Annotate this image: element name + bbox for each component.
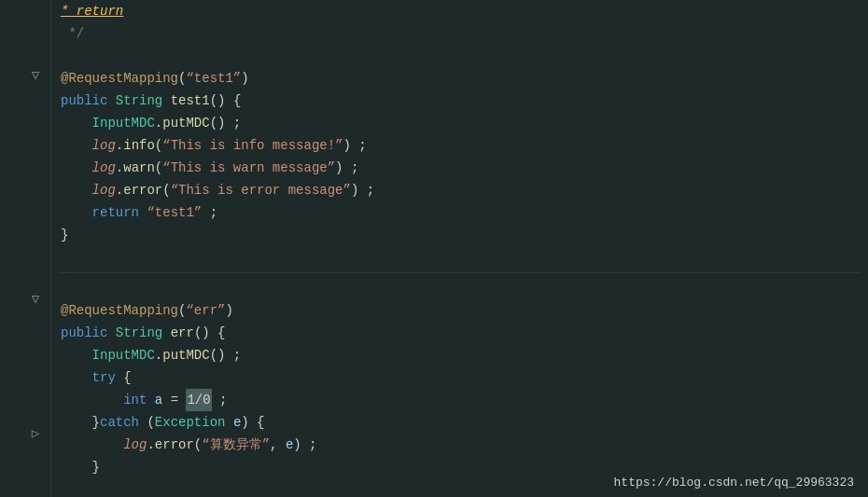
line-annotation-test1: @RequestMapping(“test1”): [61, 67, 859, 90]
line-method-test1: public String test1() {: [61, 90, 859, 112]
line-method-err: public String err() {: [61, 322, 859, 344]
line-inputmdc-1: InputMDC.putMDC() ;: [61, 112, 859, 134]
line-close-brace-1: }: [61, 224, 859, 246]
line-annotation-err: @RequestMapping(“err”): [61, 299, 859, 322]
fold-icon-end[interactable]: ▷: [28, 425, 43, 440]
section-divider: [61, 272, 859, 273]
line-return-comment: * return: [61, 0, 859, 22]
url-bar: https://blog.csdn.net/qq_29963323: [614, 476, 854, 490]
line-comment-end: */: [61, 22, 859, 45]
line-try: try {: [61, 366, 859, 389]
code-lines: * return */ @RequestMapping(“test1”) pub…: [51, 0, 868, 497]
line-blank-1: [61, 45, 859, 67]
fold-icon-test1[interactable]: ▽: [28, 67, 43, 82]
line-catch: }catch (Exception e) {: [61, 411, 859, 434]
line-int-divide: int a = 1/0 ;: [61, 389, 859, 411]
gutter: ▽ ▽ ▷: [0, 0, 51, 497]
line-log-error-1: log.error(“This is error message”) ;: [61, 179, 859, 201]
fold-icon-err[interactable]: ▽: [28, 291, 43, 306]
line-return-test1: return “test1” ;: [61, 201, 859, 224]
line-blank-3: [61, 277, 859, 299]
line-log-warn: log.warn(“This is warn message”) ;: [61, 157, 859, 179]
line-log-info: log.info(“This is info message!”) ;: [61, 134, 859, 157]
line-blank-2: [61, 246, 859, 269]
code-editor: ▽ ▽ ▷ * return */ @RequestMapping(“test1…: [0, 0, 868, 497]
line-log-error-cn: log.error(“算数异常”, e) ;: [61, 434, 859, 456]
line-inputmdc-2: InputMDC.putMDC() ;: [61, 344, 859, 366]
